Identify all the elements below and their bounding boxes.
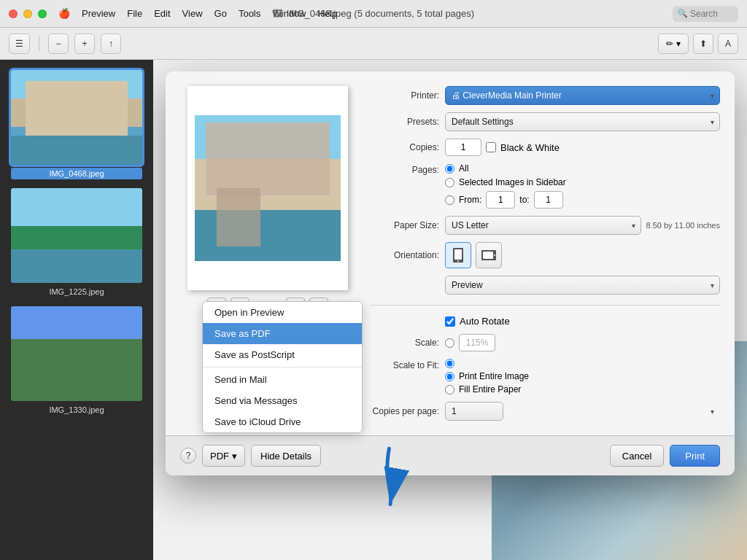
zoom-out-button[interactable]: − [48, 34, 69, 54]
auto-rotate-control: Auto Rotate [445, 316, 720, 327]
separator-1 [39, 36, 39, 51]
pages-row: Pages: All Selected Images in Sidebar [370, 163, 720, 209]
copies-label: Copies: [370, 142, 439, 152]
divider-1 [370, 305, 720, 306]
portrait-button[interactable] [445, 242, 471, 268]
copies-per-page-label: Copies per page: [370, 406, 439, 416]
search-wrapper: 🔍 [673, 6, 738, 22]
dropdown-icon: ▾ [676, 39, 681, 49]
print-entire-text: Print Entire Image [459, 371, 529, 381]
presets-control: Default Settings [445, 112, 720, 131]
content-area: ⏮ ◀ 1 of 5 ▶ ⏭ Printer: [153, 60, 747, 560]
thumbnail-1 [11, 188, 142, 283]
landscape-button[interactable] [476, 242, 502, 268]
sidebar: IMG_0468.jpeg IMG_1225.jpeg IMG_1330.jpe… [0, 60, 153, 560]
print-what-select[interactable]: Preview [445, 276, 720, 295]
scale-input[interactable] [459, 334, 495, 351]
pages-all-radio[interactable] [445, 164, 454, 174]
copies-per-page-wrapper: 1 [445, 402, 720, 421]
pdf-menu-send-messages[interactable]: Send via Messages [203, 390, 362, 411]
orientation-label: Orientation: [370, 250, 439, 260]
black-white-text: Black & White [500, 142, 560, 153]
orientation-control [445, 242, 720, 268]
svg-point-2 [457, 260, 459, 262]
pdf-button[interactable]: PDF ▾ [202, 445, 245, 467]
presets-row: Presets: Default Settings [370, 112, 720, 131]
share-button[interactable]: ↑ [101, 34, 121, 54]
zoom-in-button[interactable]: + [74, 34, 95, 54]
paper-size-select[interactable]: US Letter [445, 216, 641, 235]
thumb-label-1: IMG_1225.jpeg [11, 286, 142, 298]
auto-rotate-row: Auto Rotate [370, 316, 720, 327]
help-button[interactable]: ? [180, 448, 196, 464]
presets-label: Presets: [370, 117, 439, 127]
pdf-menu-open-preview[interactable]: Open in Preview [203, 302, 362, 323]
print-settings: Printer: 🖨 CleverMedia Main Printer Pres… [370, 86, 720, 421]
menu-preview[interactable]: Preview [82, 8, 115, 19]
print-dialog: ⏮ ◀ 1 of 5 ▶ ⏭ Printer: [166, 71, 735, 475]
traffic-lights [9, 9, 47, 18]
scale-radio[interactable] [445, 338, 454, 348]
svg-rect-4 [483, 252, 493, 259]
cancel-button[interactable]: Cancel [610, 445, 664, 467]
pdf-dropdown-menu: Open in Preview Save as PDF Save as Post… [202, 301, 363, 433]
fill-paper-radio[interactable] [445, 385, 454, 394]
sidebar-item-0[interactable]: IMG_0468.jpeg [0, 66, 153, 184]
copies-per-page-row: Copies per page: 1 [370, 402, 720, 421]
document-icon: 🖼 [273, 8, 282, 19]
annotate-button[interactable]: ✏ ▾ [658, 34, 689, 54]
paper-size-label: Paper Size: [370, 220, 439, 230]
menu-go[interactable]: Go [214, 8, 227, 19]
titlebar: 🍎 Preview File Edit View Go Tools Window… [0, 0, 747, 28]
title-text: IMG_0468.jpeg (5 documents, 5 total page… [287, 8, 474, 19]
to-input[interactable] [534, 191, 563, 209]
copies-input[interactable] [445, 139, 481, 156]
menu-view[interactable]: View [182, 8, 203, 19]
from-input[interactable] [486, 191, 515, 209]
thumb-image-1 [11, 188, 142, 283]
auto-rotate-checkbox[interactable] [445, 316, 455, 327]
pages-selected-radio[interactable] [445, 178, 454, 187]
search-input[interactable] [673, 6, 738, 22]
sidebar-item-1[interactable]: IMG_1225.jpeg [0, 184, 153, 302]
close-button[interactable] [9, 9, 18, 18]
window-title: 🖼 IMG_0468.jpeg (5 documents, 5 total pa… [273, 8, 474, 19]
pdf-menu-icloud[interactable]: Save to iCloud Drive [203, 411, 362, 432]
text-size-button[interactable]: A [718, 34, 738, 54]
printer-select[interactable]: 🖨 CleverMedia Main Printer [445, 86, 720, 105]
sidebar-item-2[interactable]: IMG_1330.jpeg [0, 302, 153, 420]
black-white-checkbox[interactable] [486, 142, 496, 152]
copies-control: Black & White [445, 139, 720, 156]
menu-edit[interactable]: Edit [154, 8, 170, 19]
print-entire-radio[interactable] [445, 372, 454, 381]
paper-preview [187, 86, 348, 290]
pdf-menu-save-postscript[interactable]: Save as PostScript [203, 344, 362, 365]
copies-per-page-select[interactable]: 1 [445, 402, 503, 421]
print-entire-row [445, 359, 529, 368]
copies-per-page-control: 1 [445, 402, 720, 421]
apple-menu[interactable]: 🍎 [58, 8, 70, 19]
scale-label: Scale: [370, 338, 439, 348]
thumb-image-2 [11, 306, 142, 401]
menu-file[interactable]: File [127, 8, 142, 19]
hide-details-button[interactable]: Hide Details [251, 445, 321, 467]
menu-tools[interactable]: Tools [239, 8, 260, 19]
pdf-menu-send-mail[interactable]: Send in Mail [203, 369, 362, 390]
scale-to-fit-radio[interactable] [445, 359, 454, 368]
orientation-row: Orientation: [370, 242, 720, 268]
print-button[interactable]: Print [670, 445, 720, 467]
pdf-menu-save-pdf[interactable]: Save as PDF [203, 323, 362, 344]
thumbnail-2 [11, 306, 142, 401]
pages-from-radio[interactable] [445, 195, 454, 205]
share-toolbar-button[interactable]: ⬆ [693, 34, 713, 54]
presets-select[interactable]: Default Settings [445, 112, 720, 131]
paper-size-select-wrapper: US Letter [445, 216, 641, 235]
fill-paper-row: Fill Entire Paper [445, 384, 529, 394]
scale-to-fit-control: Print Entire Image Fill Entire Paper [445, 359, 720, 394]
toolbar-right: 🔍 [673, 6, 738, 22]
sidebar-toggle-button[interactable]: ☰ [9, 34, 30, 54]
pages-all-row: All [445, 163, 566, 174]
minimize-button[interactable] [23, 9, 32, 18]
fullscreen-button[interactable] [38, 9, 47, 18]
pages-control: All Selected Images in Sidebar From: [445, 163, 720, 209]
